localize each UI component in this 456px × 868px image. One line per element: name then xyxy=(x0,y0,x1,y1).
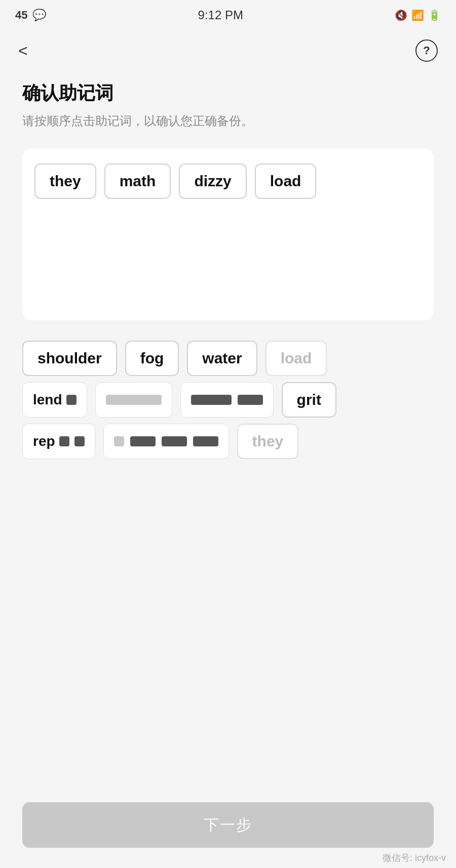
r3-bar2 xyxy=(130,436,156,446)
word-chip-grit[interactable]: grit xyxy=(282,382,336,418)
word-chip-fog[interactable]: fog xyxy=(125,341,179,376)
chat-icon: 💬 xyxy=(32,9,46,22)
word-chip-shoulder[interactable]: shoulder xyxy=(22,341,117,376)
r3-bar4 xyxy=(193,436,218,446)
redact-bar-2 xyxy=(106,395,162,405)
page-subtitle: 请按顺序点击助记词，以确认您正确备份。 xyxy=(22,112,434,130)
redact-bar-3a xyxy=(191,395,232,405)
help-button[interactable]: ? xyxy=(415,39,438,62)
selected-word-dizzy[interactable]: dizzy xyxy=(179,163,246,199)
lend-text: lend xyxy=(33,392,62,408)
battery-num: 45 xyxy=(15,9,27,22)
status-time: 9:12 PM xyxy=(198,8,243,22)
rep-redact1 xyxy=(59,436,69,446)
lend-redact xyxy=(66,395,77,405)
selected-word-load[interactable]: load xyxy=(255,163,317,199)
word-chip-they-faded[interactable]: they xyxy=(237,424,299,459)
page-content: 确认助记词 请按顺序点击助记词，以确认您正确备份。 they math dizz… xyxy=(0,71,456,473)
r3-bar1 xyxy=(114,436,124,446)
status-right: 🔇 📶 🔋 xyxy=(395,9,441,21)
wifi-icon: 📶 xyxy=(411,9,424,21)
word-grid: shoulder fog water load lend grit xyxy=(22,341,434,463)
status-bar: 45 💬 9:12 PM 🔇 📶 🔋 xyxy=(0,0,456,30)
watermark: 微信号: icyfox-v xyxy=(383,852,446,864)
word-chip-rep[interactable]: rep xyxy=(22,424,95,459)
redact-bar-3b xyxy=(238,395,263,405)
word-row-2: lend grit xyxy=(22,382,434,418)
mute-icon: 🔇 xyxy=(395,9,407,21)
battery-icon: 🔋 xyxy=(428,9,441,21)
word-row-1: shoulder fog water load xyxy=(22,341,434,376)
word-chip-redacted-2[interactable] xyxy=(95,382,172,418)
selected-word-math[interactable]: math xyxy=(104,163,171,199)
word-chip-load-faded[interactable]: load xyxy=(265,341,327,376)
word-chip-water[interactable]: water xyxy=(187,341,257,376)
selected-word-they[interactable]: they xyxy=(34,163,96,199)
nav-bar: < ? xyxy=(0,30,456,71)
status-left: 45 💬 xyxy=(15,9,46,22)
word-chip-redacted-3[interactable] xyxy=(180,382,274,418)
rep-redact2 xyxy=(74,436,85,446)
word-chip-redacted-row3-b2[interactable] xyxy=(103,424,229,459)
back-button[interactable]: < xyxy=(18,43,28,59)
word-row-3: rep they xyxy=(22,424,434,459)
r3-bar3 xyxy=(162,436,187,446)
selection-box: they math dizzy load xyxy=(22,148,434,320)
next-button[interactable]: 下一步 xyxy=(22,802,434,848)
word-chip-lend[interactable]: lend xyxy=(22,382,87,418)
rep-text: rep xyxy=(33,433,55,449)
page-title: 确认助记词 xyxy=(22,81,434,106)
